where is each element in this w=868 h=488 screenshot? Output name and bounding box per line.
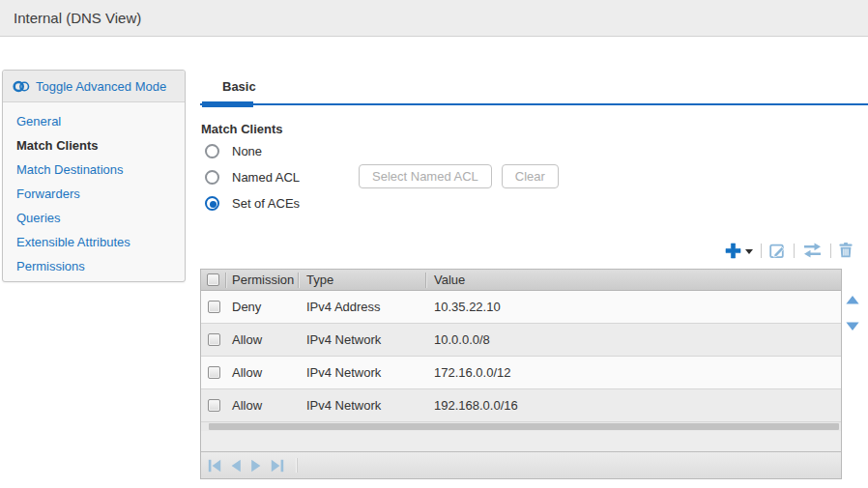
reorder-button[interactable] xyxy=(802,243,823,258)
settings-sidebar: Toggle Advanced Mode General Match Clien… xyxy=(2,70,186,282)
page-title: Internal (DNS View) xyxy=(14,10,141,26)
column-header-value[interactable]: Value xyxy=(426,273,841,287)
toolbar-divider xyxy=(830,244,831,258)
tab-basic[interactable]: Basic xyxy=(222,79,256,94)
row-checkbox[interactable] xyxy=(208,333,220,346)
cell-permission: Deny xyxy=(226,300,299,314)
table-row[interactable]: Deny IPv4 Address 10.35.22.10 xyxy=(201,291,841,324)
tab-active-indicator xyxy=(202,101,253,107)
cell-permission: Allow xyxy=(226,398,299,413)
table-row[interactable]: Allow IPv4 Network 192.168.0.0/16 xyxy=(201,389,841,422)
first-page-button[interactable] xyxy=(208,459,221,473)
toggle-advanced-mode-label: Toggle Advanced Mode xyxy=(36,79,166,94)
sidebar-nav: General Match Clients Match Destinations… xyxy=(3,102,185,285)
cell-value: 172.16.0.0/12 xyxy=(426,365,841,380)
ace-table-toolbar xyxy=(725,241,853,260)
row-checkbox[interactable] xyxy=(208,399,220,412)
dns-view-editor: Internal (DNS View) Toggle Advanced Mode… xyxy=(0,0,868,488)
tab-strip: Basic xyxy=(200,75,868,107)
radio-set-of-aces[interactable] xyxy=(205,196,219,211)
cell-type: IPv4 Network xyxy=(299,398,426,413)
cell-value: 192.168.0.0/16 xyxy=(426,398,841,413)
radio-set-of-aces-label: Set of ACEs xyxy=(232,196,300,211)
named-acl-actions: Select Named ACL Clear xyxy=(359,164,559,188)
ace-table: Permission Type Value Deny IPv4 Address … xyxy=(200,269,842,479)
edit-button[interactable] xyxy=(769,243,786,259)
match-clients-section-label: Match Clients xyxy=(201,122,283,136)
radio-none[interactable] xyxy=(205,144,219,158)
delete-button[interactable] xyxy=(839,243,853,258)
sidebar-item-general[interactable]: General xyxy=(3,109,185,133)
cell-value: 10.0.0.0/8 xyxy=(426,332,841,347)
move-row-up-button[interactable] xyxy=(846,296,859,304)
cell-permission: Allow xyxy=(226,365,299,380)
last-page-button[interactable] xyxy=(271,459,284,473)
radio-option-none[interactable]: None xyxy=(205,141,262,160)
cell-value: 10.35.22.10 xyxy=(426,300,841,314)
toggle-mode-icon xyxy=(13,80,30,93)
add-button[interactable] xyxy=(725,243,753,259)
swap-arrows-icon xyxy=(802,243,823,258)
add-menu-caret-icon[interactable] xyxy=(745,249,753,254)
edit-icon xyxy=(769,243,786,259)
radio-option-set-of-aces[interactable]: Set of ACEs xyxy=(205,193,300,213)
radio-none-label: None xyxy=(232,144,262,158)
cell-type: IPv4 Network xyxy=(299,332,426,347)
move-up-icon xyxy=(846,296,859,304)
sidebar-item-extensible-attributes[interactable]: Extensible Attributes xyxy=(3,230,185,254)
sidebar-item-forwarders[interactable]: Forwarders xyxy=(3,182,185,206)
tab-underline xyxy=(200,103,868,105)
horizontal-scrollbar-thumb[interactable] xyxy=(209,423,839,430)
sidebar-item-match-clients[interactable]: Match Clients xyxy=(3,133,185,158)
table-row[interactable]: Allow IPv4 Network 10.0.0.0/8 xyxy=(201,324,841,357)
next-page-button[interactable] xyxy=(250,459,262,473)
trash-icon xyxy=(839,243,853,258)
header-checkbox-cell xyxy=(201,273,226,288)
cell-type: IPv4 Address xyxy=(299,300,426,314)
toolbar-divider xyxy=(761,244,762,258)
sidebar-item-queries[interactable]: Queries xyxy=(3,206,185,230)
move-down-icon xyxy=(846,322,859,330)
select-named-acl-button[interactable]: Select Named ACL xyxy=(359,164,492,188)
row-checkbox[interactable] xyxy=(208,301,220,313)
row-checkbox[interactable] xyxy=(208,366,220,379)
toggle-advanced-mode-button[interactable]: Toggle Advanced Mode xyxy=(3,71,185,102)
toolbar-divider xyxy=(794,244,795,258)
clear-button[interactable]: Clear xyxy=(502,164,559,188)
radio-option-named-acl[interactable]: Named ACL xyxy=(205,167,300,187)
cell-permission: Allow xyxy=(226,332,299,347)
table-row[interactable]: Allow IPv4 Network 172.16.0.0/12 xyxy=(201,357,841,389)
move-row-down-button[interactable] xyxy=(846,322,859,330)
ace-table-header: Permission Type Value xyxy=(201,270,841,291)
select-all-checkbox[interactable] xyxy=(207,273,219,286)
table-empty-area xyxy=(201,431,841,451)
add-icon xyxy=(725,243,741,259)
column-header-permission[interactable]: Permission xyxy=(226,273,299,288)
sidebar-item-match-destinations[interactable]: Match Destinations xyxy=(3,158,185,182)
table-pagination-bar xyxy=(201,451,841,478)
radio-named-acl[interactable] xyxy=(205,170,219,185)
radio-named-acl-label: Named ACL xyxy=(232,170,300,185)
window-titlebar: Internal (DNS View) xyxy=(0,0,868,37)
previous-page-button[interactable] xyxy=(230,459,242,473)
horizontal-scrollbar xyxy=(201,422,841,431)
column-header-type[interactable]: Type xyxy=(299,273,426,288)
pagination-divider xyxy=(296,458,298,473)
cell-type: IPv4 Network xyxy=(299,365,426,380)
sidebar-item-permissions[interactable]: Permissions xyxy=(3,254,185,278)
